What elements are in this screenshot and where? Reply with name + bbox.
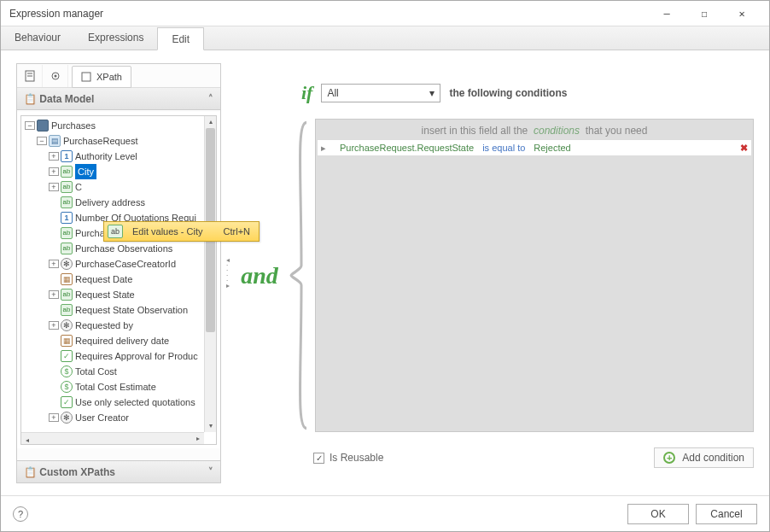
- tree-item[interactable]: +1Authority Level: [21, 149, 204, 164]
- tree-item-city[interactable]: +abCity: [21, 164, 204, 179]
- tree-entity[interactable]: −▤PurchaseRequest: [21, 133, 204, 149]
- footer: ? OK Cancel: [1, 495, 769, 531]
- scroll-down-icon[interactable]: ▾: [205, 420, 216, 432]
- left-panel: XPath 📋 Data Model ˄ −Purchases −▤Purcha…: [16, 63, 221, 483]
- tree-item[interactable]: abDelivery address: [21, 195, 204, 210]
- tree-inner[interactable]: −Purchases −▤PurchaseRequest +1Authority…: [21, 116, 204, 432]
- expression-manager-window: Expression manager ― ☐ ✕ Behaviour Expre…: [0, 0, 770, 532]
- left-toolbar: XPath: [17, 64, 220, 88]
- scroll-up-icon[interactable]: ▴: [205, 116, 216, 128]
- context-menu-label: Edit values - City: [132, 226, 203, 237]
- tree-item[interactable]: abPurchase Observations: [21, 241, 204, 256]
- tree-item[interactable]: ✓Use only selected quotations: [21, 395, 204, 410]
- tab-edit[interactable]: Edit: [157, 27, 204, 50]
- row-expand-icon[interactable]: ▸: [321, 143, 331, 154]
- tab-expressions[interactable]: Expressions: [74, 26, 157, 50]
- condition-row[interactable]: ▸ PurchaseRequest.RequestState is equal …: [317, 139, 752, 156]
- condition-field[interactable]: PurchaseRequest.RequestState: [340, 143, 474, 153]
- ok-button[interactable]: OK: [627, 504, 689, 524]
- xpath-tab[interactable]: XPath: [72, 66, 131, 88]
- chevron-down-icon: ˅: [208, 466, 213, 477]
- checkbox-icon: ✓: [313, 453, 324, 464]
- plus-icon: +: [663, 452, 675, 464]
- tree-container: −Purchases −▤PurchaseRequest +1Authority…: [17, 112, 220, 448]
- help-button[interactable]: ?: [13, 506, 28, 522]
- add-condition-button[interactable]: + Add condition: [654, 447, 754, 468]
- tree-item[interactable]: ▦Required delivery date: [21, 333, 204, 348]
- tree-scrollbar-vertical[interactable]: ▴ ▾: [204, 116, 216, 432]
- is-reusable-label: Is Reusable: [330, 452, 383, 464]
- tree-item[interactable]: abRequest State Observation: [21, 302, 204, 318]
- maximize-button[interactable]: ☐: [685, 2, 723, 26]
- xpath-tab-label: XPath: [96, 72, 122, 82]
- tree-item[interactable]: +abC: [21, 179, 204, 195]
- tree-item[interactable]: $Total Cost: [21, 364, 204, 379]
- chevron-down-icon: ▾: [429, 87, 435, 99]
- is-reusable-checkbox[interactable]: ✓ Is Reusable: [313, 452, 383, 464]
- and-label: and: [234, 262, 285, 289]
- chevron-up-icon: ˄: [208, 93, 213, 104]
- context-menu-shortcut: Ctrl+N: [224, 226, 250, 237]
- doc-icon[interactable]: [17, 65, 43, 87]
- context-menu-edit-values[interactable]: ab Edit values - City Ctrl+N: [103, 221, 260, 242]
- data-model-header-label: Data Model: [39, 93, 94, 105]
- following-label: the following conditions: [449, 87, 567, 99]
- quantifier-combo[interactable]: All ▾: [321, 84, 440, 102]
- and-block: and insert in this field all the conditi…: [236, 119, 754, 432]
- tab-behaviour[interactable]: Behaviour: [1, 26, 74, 50]
- editor-bottom-row: ✓ Is Reusable + Add condition: [313, 447, 754, 468]
- if-row: if All ▾ the following conditions: [301, 82, 754, 104]
- custom-xpaths-header[interactable]: 📋 Custom XPaths ˅: [17, 460, 220, 482]
- close-button[interactable]: ✕: [723, 2, 761, 26]
- splitter-handle[interactable]: ◂∙∙∙∙▸: [226, 258, 230, 289]
- tree-item[interactable]: +abRequest State: [21, 287, 204, 302]
- tree-item[interactable]: $Total Cost Estimate: [21, 379, 204, 395]
- content-area: XPath 📋 Data Model ˄ −Purchases −▤Purcha…: [1, 51, 769, 495]
- svg-rect-5: [82, 73, 90, 81]
- svg-point-4: [54, 74, 56, 77]
- quantifier-value: All: [327, 87, 338, 99]
- cancel-button[interactable]: Cancel: [696, 504, 757, 524]
- if-label: if: [301, 82, 312, 104]
- add-condition-label: Add condition: [682, 452, 744, 464]
- brace-icon: [288, 119, 312, 432]
- window-title: Expression manager: [9, 1, 103, 26]
- minimize-button[interactable]: ―: [648, 2, 685, 26]
- tree-root[interactable]: −Purchases: [21, 118, 204, 133]
- xpath-icon: [81, 72, 91, 82]
- scroll-right-icon[interactable]: ▸: [192, 433, 204, 445]
- tree-item[interactable]: +✻User Creator: [21, 410, 204, 425]
- data-model-header[interactable]: 📋 Data Model ˄: [17, 88, 220, 110]
- conditions-box: insert in this field all the conditions …: [315, 119, 754, 432]
- gear-icon[interactable]: [43, 65, 68, 87]
- tree-item[interactable]: +✻Requested by: [21, 318, 204, 333]
- main-tabs: Behaviour Expressions Edit: [1, 26, 769, 50]
- delete-condition-icon[interactable]: ✖: [740, 143, 748, 154]
- condition-operator[interactable]: is equal to: [482, 143, 525, 153]
- tree: −Purchases −▤PurchaseRequest +1Authority…: [20, 115, 217, 445]
- scroll-left-icon[interactable]: ◂: [21, 435, 33, 445]
- tree-item[interactable]: +✻PurchaseCaseCreatorId: [21, 256, 204, 272]
- tree-item[interactable]: ▦Request Date: [21, 272, 204, 287]
- tree-item[interactable]: ✓Requires Approval for Produc: [21, 348, 204, 364]
- titlebar: Expression manager ― ☐ ✕: [1, 1, 769, 26]
- custom-xpaths-label: Custom XPaths: [39, 466, 115, 478]
- footer-buttons: OK Cancel: [627, 504, 757, 524]
- expression-editor: ◂∙∙∙∙▸ if All ▾ the following conditions…: [236, 63, 754, 483]
- edit-values-icon: ab: [108, 225, 123, 238]
- condition-value[interactable]: Rejected: [534, 143, 570, 153]
- conditions-hint: insert in this field all the conditions …: [316, 120, 753, 139]
- tree-scrollbar-horizontal[interactable]: ◂ ▸: [21, 432, 204, 444]
- window-buttons: ― ☐ ✕: [648, 2, 761, 26]
